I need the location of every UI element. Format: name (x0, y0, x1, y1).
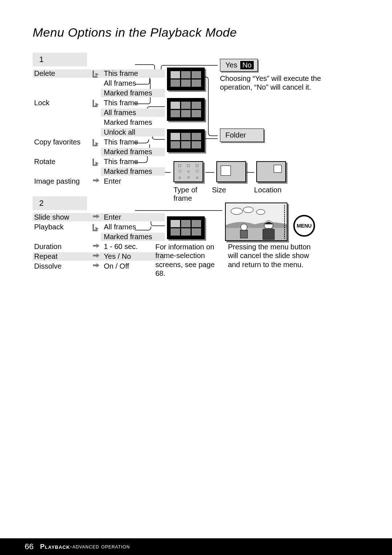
menu-item-copy-favorites: Copy favorites (34, 138, 81, 146)
yes-option: Yes (225, 61, 237, 69)
menu-item-rotate: Rotate (34, 158, 56, 166)
option: 1 - 60 sec. (104, 242, 138, 251)
arrow-icon (92, 262, 99, 270)
svg-point-4 (256, 209, 265, 215)
option: Enter (104, 177, 121, 185)
arrow-icon (92, 70, 99, 78)
menu-item-repeat: Repeat (34, 252, 58, 261)
option: On / Off (104, 262, 129, 270)
menu-item-image-pasting: Image pasting (34, 177, 80, 185)
option: Marked frames (104, 89, 152, 97)
svg-point-2 (231, 208, 242, 215)
section-badge-2: 2 (33, 196, 87, 210)
footer-separator: - (70, 543, 73, 550)
option: All frames (104, 79, 136, 87)
footer-subsection: advanced operation (73, 543, 130, 550)
option: All frames (104, 223, 136, 231)
option: This frame (104, 158, 138, 166)
svg-point-3 (243, 207, 253, 213)
menu-button-caption: Pressing the menu button will cancel the… (228, 242, 319, 269)
option: Marked frames (104, 233, 152, 241)
arrow-icon (92, 177, 99, 185)
arrow-icon (92, 138, 99, 146)
section-number: 2 (39, 199, 44, 208)
page-title: Menu Options in the Playback Mode (33, 25, 359, 40)
section-number: 1 (39, 55, 44, 64)
yes-no-prompt: Yes No (220, 59, 258, 72)
folder-label: Folder (225, 131, 246, 139)
yes-no-caption: Choosing “Yes” will execute the operatio… (220, 74, 325, 92)
arrow-icon (92, 243, 99, 251)
option: Marked frames (104, 148, 152, 156)
frame-selection-info: For information on frame-selection scree… (155, 242, 224, 278)
page-number: 66 (0, 542, 40, 551)
arrow-icon (92, 253, 99, 261)
frame-selection-screen-icon (167, 129, 205, 152)
menu-item-slide-show: Slide show (34, 213, 69, 221)
option: Unlock all (104, 128, 135, 136)
menu-item-lock: Lock (34, 99, 49, 107)
menu-item-playback: Playback (34, 223, 64, 231)
menu-button-label: MENU (297, 223, 311, 229)
slide-show-preview-icon (225, 203, 287, 241)
option: Marked frames (104, 118, 152, 127)
menu-item-delete: Delete (34, 69, 55, 78)
folder-prompt: Folder (220, 128, 264, 142)
frame-selection-screen-icon (167, 216, 205, 239)
menu-button-icon: MENU (293, 215, 315, 237)
option: This frame (104, 69, 138, 78)
arrow-icon (92, 223, 99, 231)
location-screen-icon (256, 161, 286, 182)
frame-selection-screen-icon (167, 68, 205, 90)
arrow-icon (92, 158, 99, 166)
menu-item-duration: Duration (34, 242, 62, 251)
section-badge-1: 1 (33, 53, 87, 66)
menu-item-dissolve: Dissolve (34, 262, 62, 270)
option: Enter (104, 213, 121, 221)
option: Marked frames (104, 167, 152, 176)
option: All frames (104, 109, 136, 117)
svg-rect-6 (240, 230, 248, 238)
size-screen-icon (216, 161, 246, 182)
option: This frame (104, 99, 138, 107)
option: This frame (104, 138, 138, 146)
arrow-icon (92, 99, 99, 107)
footer-section: Playback (40, 543, 70, 551)
option: Yes / No (104, 252, 131, 261)
no-option-selected: No (240, 61, 254, 69)
type-of-frame-label: Type of frame (173, 186, 206, 203)
frame-selection-screen-icon (167, 98, 205, 121)
arrow-icon (92, 213, 99, 221)
svg-point-5 (241, 224, 247, 230)
size-label: Size (212, 186, 226, 194)
page-footer: 66 Playback - advanced operation (0, 538, 392, 555)
frame-type-screen-icon: □□□ ♡○♡ ⌕○⌕ (173, 161, 203, 182)
location-label: Location (254, 186, 282, 194)
